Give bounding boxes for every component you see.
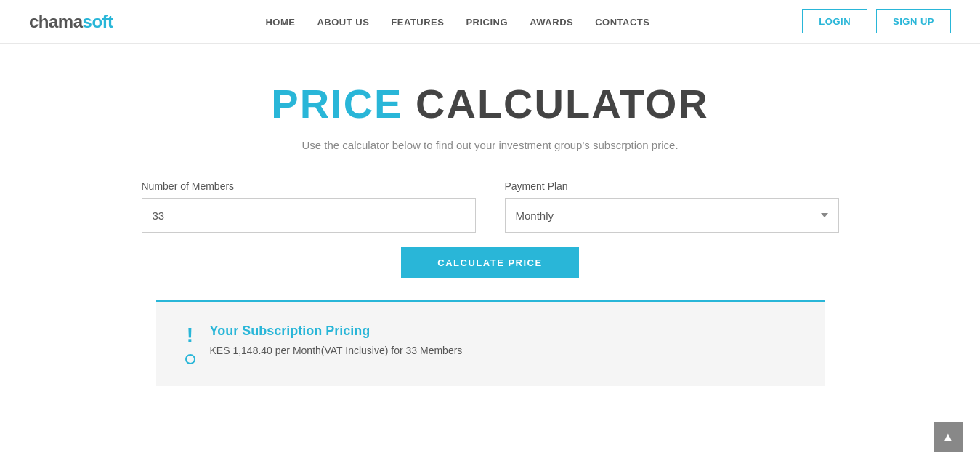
logo: chamasoft bbox=[29, 12, 113, 32]
nav-pricing[interactable]: PRICING bbox=[466, 17, 508, 28]
nav-features[interactable]: FEATURES bbox=[391, 17, 444, 28]
main-content: PRICE CALCULATOR Use the calculator belo… bbox=[142, 44, 839, 408]
nav-contacts[interactable]: CONTACTS bbox=[595, 17, 649, 28]
nav-about[interactable]: ABOUT US bbox=[317, 17, 369, 28]
title-price: PRICE bbox=[271, 81, 402, 127]
signup-button[interactable]: SIGN UP bbox=[876, 9, 951, 33]
circle-icon bbox=[185, 354, 195, 364]
payment-field-group: Payment Plan Monthly Quarterly Annual bbox=[505, 180, 839, 233]
result-panel: ! Your Subscription Pricing KES 1,148.40… bbox=[156, 302, 825, 386]
navbar-actions: LOGIN SIGN UP bbox=[802, 9, 951, 33]
result-content: Your Subscription Pricing KES 1,148.40 p… bbox=[210, 324, 795, 356]
members-label: Number of Members bbox=[142, 180, 476, 192]
exclamation-icon: ! bbox=[187, 325, 193, 345]
calculate-button[interactable]: CALCULATE PRICE bbox=[401, 247, 578, 278]
logo-soft: soft bbox=[83, 12, 113, 31]
result-icon-col: ! bbox=[185, 324, 195, 364]
page-title: PRICE CALCULATOR bbox=[156, 80, 825, 127]
payment-label: Payment Plan bbox=[505, 180, 839, 192]
navbar: chamasoft HOME ABOUT US FEATURES PRICING… bbox=[0, 0, 980, 44]
payment-plan-select[interactable]: Monthly Quarterly Annual bbox=[505, 198, 839, 233]
members-input[interactable] bbox=[142, 198, 476, 233]
nav-awards[interactable]: AWARDS bbox=[530, 17, 573, 28]
title-calculator: CALCULATOR bbox=[402, 81, 708, 127]
nav-links: HOME ABOUT US FEATURES PRICING AWARDS CO… bbox=[265, 15, 649, 28]
scroll-top-button[interactable]: ▲ bbox=[934, 422, 963, 452]
page-subtitle: Use the calculator below to find out you… bbox=[156, 139, 825, 151]
members-field-group: Number of Members bbox=[142, 180, 476, 233]
result-text: KES 1,148.40 per Month(VAT Inclusive) fo… bbox=[210, 345, 795, 356]
result-title: Your Subscription Pricing bbox=[210, 324, 795, 339]
form-fields: Number of Members Payment Plan Monthly Q… bbox=[156, 180, 825, 233]
calculator-form: Number of Members Payment Plan Monthly Q… bbox=[156, 180, 825, 278]
login-button[interactable]: LOGIN bbox=[802, 9, 867, 33]
logo-chama: chama bbox=[29, 12, 83, 31]
nav-home[interactable]: HOME bbox=[265, 17, 295, 28]
